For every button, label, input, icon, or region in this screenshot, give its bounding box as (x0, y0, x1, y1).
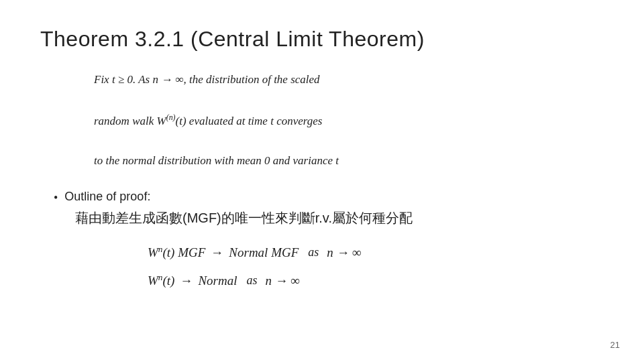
formula2-right: Normal (198, 267, 237, 294)
formula2-arrow: → (180, 267, 193, 294)
bullet-dot: • (54, 191, 58, 205)
theorem-line-3: to the normal distribution with mean 0 a… (94, 152, 604, 171)
theorem-block: Fix t ≥ 0. As n → ∞, the distribution of… (94, 70, 604, 171)
formula1-as: as (308, 240, 319, 265)
chinese-text: 藉由動差生成函數(MGF)的唯一性來判斷r.v.屬於何種分配 (75, 209, 604, 227)
theorem-line-1: Fix t ≥ 0. As n → ∞, the distribution of… (94, 70, 604, 90)
bullet-label: Outline of proof: (64, 190, 150, 204)
formula1-left: Wn(t) MGF (148, 239, 205, 266)
slide-title: Theorem 3.2.1 (Central Limit Theorem) (40, 27, 604, 52)
formula-row-1: Wn(t) MGF → Normal MGF as n → ∞ (148, 239, 604, 266)
formula2-as: as (247, 268, 258, 294)
formula1-arrow: → (211, 239, 223, 266)
formula1-limit: n → ∞ (327, 239, 362, 266)
bullet-section: • Outline of proof: 藉由動差生成函數(MGF)的唯一性來判斷… (54, 190, 604, 227)
bullet-item: • Outline of proof: (54, 190, 604, 205)
formula-block: Wn(t) MGF → Normal MGF as n → ∞ Wn(t) → … (148, 239, 604, 294)
theorem-line-2: random walk W(n)(t) evaluated at time t … (94, 111, 604, 131)
formula2-limit: n → ∞ (266, 267, 301, 294)
formula1-right: Normal MGF (229, 239, 299, 266)
slide: Theorem 3.2.1 (Central Limit Theorem) Fi… (0, 0, 644, 362)
formula-row-2: Wn(t) → Normal as n → ∞ (148, 267, 604, 294)
formula2-left: Wn(t) (148, 267, 174, 294)
page-number: 21 (610, 340, 620, 350)
